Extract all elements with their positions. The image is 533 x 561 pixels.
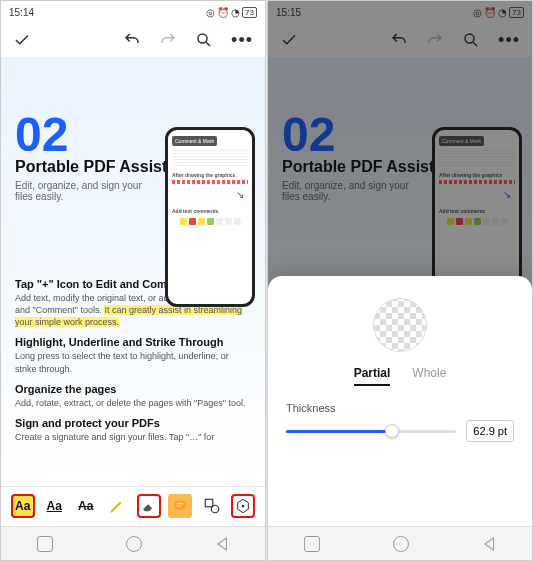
alarm-icon: ⏰ (484, 7, 496, 18)
thickness-value[interactable]: 62.9 pt (466, 420, 514, 442)
svg-point-0 (198, 34, 207, 43)
svg-rect-2 (205, 499, 213, 507)
status-icons: ◎ ⏰ ◔ 73 (473, 7, 524, 18)
clock-icon: ◔ (498, 7, 507, 18)
eraser-tool[interactable] (137, 494, 161, 518)
illustration-underline (172, 180, 248, 184)
check-icon (280, 31, 298, 49)
annotation-toolbar: Aa Aa Aa (1, 486, 265, 524)
page-subtitle: Edit, organize, and sign your files easi… (282, 180, 412, 202)
status-time: 15:14 (9, 7, 34, 18)
clock-icon: ◔ (231, 7, 240, 18)
check-icon (13, 31, 31, 49)
shape-icon (203, 497, 221, 515)
status-bar: 15:15 ◎ ⏰ ◔ 73 (268, 1, 532, 23)
vibrate-icon: ◎ (206, 7, 215, 18)
illustration-toolbar (172, 218, 248, 225)
pen-icon (108, 497, 126, 515)
redo-button[interactable] (159, 31, 177, 49)
feature-4-title: Sign and protect your PDFs (15, 417, 251, 429)
page-title: Portable PDF Assistant (282, 158, 518, 176)
illustration-lines (172, 150, 248, 166)
note-tool[interactable] (168, 494, 192, 518)
feature-2-text: Long press to select the text to highlig… (15, 350, 251, 374)
illustration-h3: Add text comments (172, 208, 248, 214)
search-button[interactable] (195, 31, 213, 49)
thickness-label: Thickness (286, 402, 336, 414)
more-button[interactable]: ••• (231, 30, 253, 51)
page-number: 02 (282, 107, 518, 162)
redo-icon (426, 31, 444, 49)
status-time: 15:15 (276, 7, 301, 18)
color-preview[interactable] (373, 298, 427, 352)
illustration-tag: Comment & Mark (172, 136, 217, 146)
redo-icon (159, 31, 177, 49)
nav-back[interactable] (482, 537, 496, 551)
illustration-arrow-row: ↘ (172, 186, 248, 202)
battery-icon: 73 (509, 7, 524, 18)
status-bar: 15:14 ◎ ⏰ ◔ 73 (1, 1, 265, 23)
eraser-settings-sheet: Partial Whole Thickness 62.9 pt (268, 276, 532, 526)
slider-thumb[interactable] (385, 424, 399, 438)
status-icons: ◎ ⏰ ◔ 73 (206, 7, 257, 18)
feature-4-text: Create a signature and sign your files. … (15, 431, 251, 443)
vibrate-icon: ◎ (473, 7, 482, 18)
done-button (280, 31, 298, 49)
undo-button[interactable] (123, 31, 141, 49)
note-icon (173, 499, 187, 513)
arrow-icon: ↘ (236, 189, 244, 200)
illustration-phone: Comment & Mark After drawing the graphic… (165, 127, 255, 307)
strikethrough-tool[interactable]: Aa (74, 494, 98, 518)
settings-tool[interactable] (231, 494, 255, 518)
thickness-row: Thickness (286, 402, 514, 414)
search-button (462, 31, 480, 49)
underline-tool[interactable]: Aa (42, 494, 66, 518)
nav-home[interactable] (393, 536, 409, 552)
svg-rect-1 (175, 501, 186, 509)
shape-tool[interactable] (200, 494, 224, 518)
nav-home[interactable] (126, 536, 142, 552)
illustration-h2: After drawing the graphics (172, 172, 248, 178)
done-button[interactable] (13, 31, 31, 49)
feature-3-title: Organize the pages (15, 383, 251, 395)
feature-3-text: Add, rotate, extract, or delete the page… (15, 397, 251, 409)
feature-2-title: Highlight, Underline and Strike Through (15, 336, 251, 348)
redo-button (426, 31, 444, 49)
hexagon-icon (235, 498, 251, 514)
pen-tool[interactable] (105, 494, 129, 518)
undo-icon (390, 31, 408, 49)
tab-whole[interactable]: Whole (412, 366, 446, 386)
phone-right: 15:15 ◎ ⏰ ◔ 73 ••• 02 Portable PDF Assis… (267, 0, 533, 561)
top-toolbar: ••• (268, 23, 532, 57)
system-nav (268, 526, 532, 560)
tab-partial[interactable]: Partial (354, 366, 391, 386)
eraser-mode-tabs: Partial Whole (286, 366, 514, 386)
search-icon (462, 31, 480, 49)
arrow-icon: ↘ (503, 189, 511, 200)
nav-recent[interactable] (304, 536, 320, 552)
phone-left: 15:14 ◎ ⏰ ◔ 73 ••• 02 Portable PDF Assis… (0, 0, 266, 561)
battery-icon: 73 (242, 7, 257, 18)
top-toolbar: ••• (1, 23, 265, 57)
search-icon (195, 31, 213, 49)
nav-back[interactable] (215, 537, 229, 551)
system-nav (1, 526, 265, 560)
more-button: ••• (498, 30, 520, 51)
alarm-icon: ⏰ (217, 7, 229, 18)
document-content[interactable]: 02 Portable PDF Assistant Edit, organize… (1, 57, 265, 477)
svg-point-3 (211, 505, 219, 513)
nav-recent[interactable] (37, 536, 53, 552)
svg-point-5 (465, 34, 474, 43)
svg-point-4 (242, 504, 245, 507)
undo-icon (123, 31, 141, 49)
eraser-icon (141, 498, 157, 514)
undo-button (390, 31, 408, 49)
thickness-slider[interactable] (286, 421, 456, 441)
highlight-tool[interactable]: Aa (11, 494, 35, 518)
page-subtitle: Edit, organize, and sign your files easi… (15, 180, 145, 202)
